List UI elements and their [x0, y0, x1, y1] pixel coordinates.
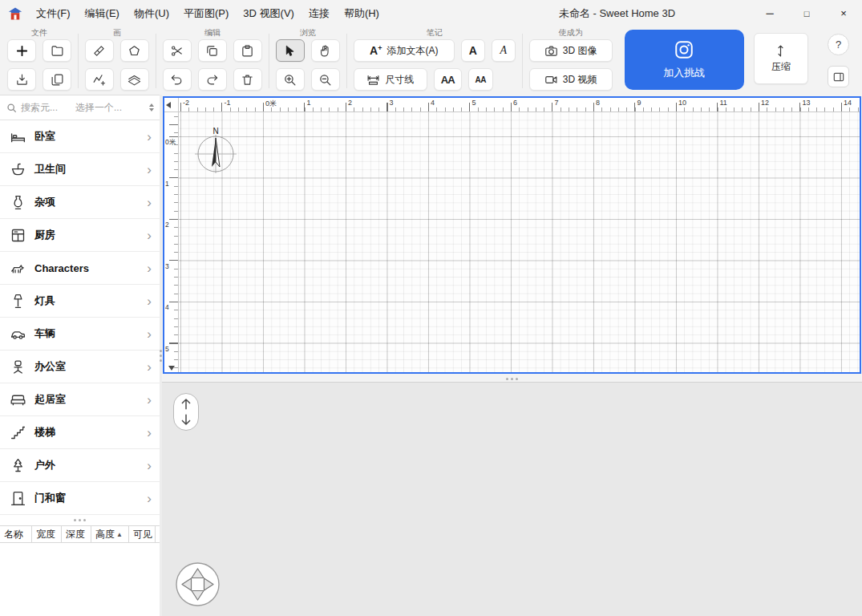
menu-connect[interactable]: 连接: [301, 2, 337, 25]
furniture-table-body[interactable]: [0, 543, 160, 616]
chevron-right-icon: ›: [147, 492, 152, 505]
cut-button[interactable]: [163, 39, 192, 62]
sink-icon: [10, 161, 26, 178]
h-ruler-label: 9: [635, 99, 677, 109]
add-text-button[interactable]: A+ 添加文本(A): [354, 39, 455, 62]
zoom-out-icon: [318, 73, 332, 87]
sidebar-splitter-handle[interactable]: [0, 515, 160, 525]
redo-button[interactable]: [198, 68, 227, 91]
navigation-dpad[interactable]: [175, 561, 221, 607]
open-button[interactable]: [42, 39, 71, 62]
text-bold-button[interactable]: A: [461, 39, 485, 62]
wall-tool-button[interactable]: [85, 39, 114, 62]
panel-layout-button[interactable]: [828, 66, 849, 87]
undo-button[interactable]: [163, 68, 192, 91]
category-bathroom[interactable]: 卫生间 ›: [0, 153, 160, 186]
save-button[interactable]: [7, 68, 36, 91]
category-kitchen[interactable]: 厨房 ›: [0, 219, 160, 252]
category-lights[interactable]: 灯具 ›: [0, 285, 160, 318]
save-as-button[interactable]: [42, 68, 71, 91]
category-filter-input[interactable]: [75, 102, 149, 113]
tree-icon: [10, 457, 26, 474]
category-outdoor[interactable]: 户外 ›: [0, 449, 160, 482]
menubar: 文件(F) 编辑(E) 物件(U) 平面图(P) 3D 视图(V) 连接 帮助(…: [29, 2, 386, 25]
minimize-button[interactable]: ─: [751, 0, 788, 26]
group-label-notes: 笔记: [427, 27, 443, 38]
sidebar-searchbar: [0, 95, 160, 120]
column-visible[interactable]: 可见: [129, 526, 156, 542]
chevron-right-icon: ›: [147, 261, 152, 275]
menu-plan[interactable]: 平面图(P): [176, 2, 236, 25]
menu-3d-view[interactable]: 3D 视图(V): [236, 2, 301, 25]
h-ruler-label: 6: [511, 99, 552, 109]
column-height[interactable]: 高度▲: [91, 526, 129, 542]
spinner-arrows-icon[interactable]: [149, 103, 154, 111]
search-box: [0, 102, 75, 113]
text-italic-button[interactable]: A: [492, 39, 516, 62]
category-label: 厨房: [34, 228, 55, 242]
pan-mode-button[interactable]: [311, 39, 340, 62]
category-staircases[interactable]: 楼梯 ›: [0, 416, 160, 449]
select-mode-button[interactable]: [276, 39, 305, 62]
video-camera-icon: [544, 73, 558, 87]
delete-button[interactable]: [233, 68, 262, 91]
maximize-button[interactable]: □: [788, 0, 825, 26]
floor-tool-button[interactable]: [120, 68, 149, 91]
menu-help[interactable]: 帮助(H): [337, 2, 386, 25]
paste-button[interactable]: [233, 39, 262, 62]
room-tool-button[interactable]: [120, 39, 149, 62]
chevron-right-icon: ›: [147, 229, 152, 242]
arrow-down-icon[interactable]: [178, 412, 194, 428]
stairs-icon: [10, 424, 26, 441]
menu-furniture[interactable]: 物件(U): [127, 2, 176, 25]
column-width[interactable]: 宽度: [32, 526, 62, 542]
toolbar-separator: [156, 34, 156, 88]
category-vehicles[interactable]: 车辆 ›: [0, 318, 160, 351]
menu-edit[interactable]: 编辑(E): [78, 2, 127, 25]
column-name[interactable]: 名称: [0, 526, 32, 542]
compress-button[interactable]: 压缩: [754, 33, 808, 84]
category-office[interactable]: 办公室 ›: [0, 351, 160, 383]
undo-icon: [170, 73, 184, 87]
text-size-down-button[interactable]: AA: [468, 68, 493, 91]
create-3d-video-button[interactable]: 3D 视频: [529, 68, 613, 91]
v-ruler-label: 4: [165, 302, 176, 343]
clipboard-icon: [241, 44, 254, 58]
menu-file[interactable]: 文件(F): [29, 2, 78, 25]
scroll-left-icon[interactable]: [166, 102, 171, 108]
arrow-up-icon[interactable]: [178, 395, 194, 411]
column-depth[interactable]: 深度: [62, 526, 91, 542]
toolbar-separator: [346, 34, 347, 88]
view-3d[interactable]: [162, 382, 862, 616]
category-doors-windows[interactable]: 门和窗 ›: [0, 482, 160, 515]
v-ruler-label: 3: [165, 261, 176, 302]
plan-3d-splitter[interactable]: [162, 375, 862, 382]
create-3d-photo-button[interactable]: 3D 图像: [529, 39, 613, 62]
category-filter-select[interactable]: [75, 102, 160, 113]
zoom-in-button[interactable]: [276, 68, 305, 91]
polyline-tool-button[interactable]: [85, 68, 114, 91]
zoom-out-button[interactable]: [311, 68, 340, 91]
help-button[interactable]: ?: [828, 34, 849, 55]
new-button[interactable]: [7, 39, 36, 62]
toolbar: 文件: [0, 26, 862, 95]
category-characters[interactable]: Characters ›: [0, 252, 160, 285]
plan-canvas[interactable]: N: [179, 112, 860, 372]
toolbar-group-browse: 浏览: [272, 27, 344, 91]
category-miscellaneous[interactable]: 杂项 ›: [0, 186, 160, 219]
text-size-up-button[interactable]: AA: [434, 68, 462, 91]
challenge-button[interactable]: 加入挑战: [625, 30, 744, 90]
save-icon: [15, 73, 29, 87]
chevron-right-icon: ›: [147, 130, 152, 144]
elevation-control[interactable]: [173, 393, 199, 431]
close-button[interactable]: ×: [825, 0, 862, 26]
copy-icon: [205, 44, 219, 58]
scroll-down-icon[interactable]: [168, 366, 175, 371]
compass[interactable]: N: [190, 125, 241, 176]
copy-button[interactable]: [198, 39, 227, 62]
search-input[interactable]: [21, 102, 71, 113]
category-label: Characters: [34, 262, 89, 274]
category-bedroom[interactable]: 卧室 ›: [0, 120, 160, 153]
category-living-room[interactable]: 起居室 ›: [0, 383, 160, 416]
dimension-tool-button[interactable]: 尺寸线: [354, 68, 427, 91]
